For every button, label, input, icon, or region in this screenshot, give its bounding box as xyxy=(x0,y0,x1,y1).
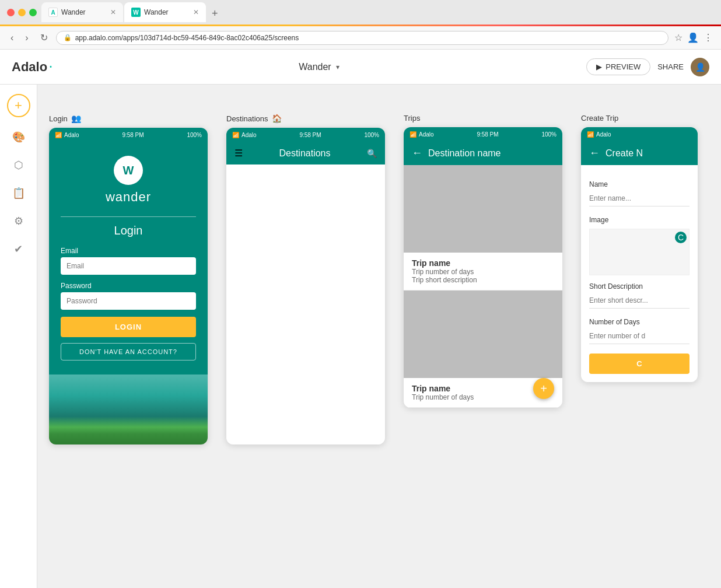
trips-statusbar: 📶 Adalo 9:58 PM 100% xyxy=(404,127,562,141)
destinations-phone-frame: 📶 Adalo 9:58 PM 100% Destinations xyxy=(226,128,385,444)
image-picker[interactable]: C xyxy=(589,229,690,275)
plus-icon: + xyxy=(15,98,22,113)
main-area: + 🎨 ⬡ 📋 ⚙ ✔ Login 👥 📶 Adalo xyxy=(0,85,721,588)
login-statusbar-right: 100% xyxy=(187,132,202,138)
trip-card-2[interactable]: Trip name Trip number of days + xyxy=(404,290,562,408)
trip-card-2-image xyxy=(404,290,562,378)
trips-statusbar-right: 100% xyxy=(541,131,556,138)
refresh-button[interactable]: ↻ xyxy=(37,31,51,44)
trips-screen-label: Trips xyxy=(404,114,562,123)
sidebar-icon-settings[interactable]: ⚙ xyxy=(10,213,27,229)
days-input[interactable] xyxy=(589,328,690,344)
close-traffic-light[interactable] xyxy=(7,9,15,16)
name-input[interactable] xyxy=(589,191,690,206)
create-trip-label-text: Create Trip xyxy=(581,114,618,123)
trips-battery: 100% xyxy=(541,131,556,138)
destinations-statusbar: 📶 Adalo 9:58 PM 100% xyxy=(226,128,385,142)
trips-signal-icon: 📶 xyxy=(410,131,416,138)
create-trip-header: ← Create N xyxy=(581,141,698,165)
logo-letter: W xyxy=(123,164,134,177)
preview-button[interactable]: ▶ PREVIEW xyxy=(586,58,650,75)
login-label-text: Login xyxy=(49,114,68,123)
password-label: Password xyxy=(61,282,196,290)
create-trip-submit-button[interactable]: C xyxy=(589,354,690,374)
create-trip-body: Name Image C Short Description Number of… xyxy=(581,165,698,382)
sidebar-icon-data[interactable]: 📋 xyxy=(10,185,27,201)
menu-icon[interactable] xyxy=(235,148,243,159)
browser-toolbar: ‹ › ↻ 🔒 app.adalo.com/apps/103d714d-bc59… xyxy=(0,26,721,50)
login-body: W wander Login Email Password LOGIN DON'… xyxy=(49,142,208,374)
preview-label: PREVIEW xyxy=(606,62,640,71)
share-button[interactable]: SHARE xyxy=(657,62,684,71)
minimize-traffic-light[interactable] xyxy=(18,9,26,16)
trip-card-1-info: Trip name Trip number of days Trip short… xyxy=(404,253,562,290)
destinations-screen-icon: 🏠 xyxy=(272,114,282,123)
create-trip-screen-label: Create Trip xyxy=(581,114,698,123)
password-input[interactable] xyxy=(61,292,196,310)
image-field-label: Image xyxy=(589,216,690,224)
trip-card-1-days: Trip number of days xyxy=(412,268,554,276)
destinations-screen-label: Destinations 🏠 xyxy=(226,114,385,123)
tab-2[interactable]: W Wander ✕ xyxy=(124,2,206,22)
trips-phone-wrapper: 📶 Adalo 9:58 PM 100% ← Destination name xyxy=(404,127,562,408)
login-button[interactable]: LOGIN xyxy=(61,317,196,337)
login-time: 9:58 PM xyxy=(122,132,144,138)
create-trip-network: Adalo xyxy=(596,131,611,138)
trips-label-text: Trips xyxy=(404,114,420,123)
sidebar-icon-publish[interactable]: ✔ xyxy=(10,241,27,257)
bookmark-button[interactable]: ☆ xyxy=(673,31,684,44)
tabs-bar: A Wander ✕ W Wander ✕ + xyxy=(41,2,714,22)
new-tab-button[interactable]: + xyxy=(207,5,223,22)
more-options-button[interactable]: ⋮ xyxy=(702,31,714,44)
trips-statusbar-left: 📶 Adalo xyxy=(410,131,434,138)
destinations-battery: 100% xyxy=(364,132,379,138)
header-actions: ▶ PREVIEW SHARE 👤 xyxy=(586,58,709,76)
create-trip-phone-frame: 📶 Adalo ← Create N Name Image xyxy=(581,127,698,382)
tab2-label: Wander xyxy=(144,8,169,16)
login-title: Login xyxy=(61,224,196,237)
trips-time: 9:58 PM xyxy=(477,131,498,138)
sidebar-icon-palette[interactable]: 🎨 xyxy=(10,129,27,145)
user-avatar[interactable]: 👤 xyxy=(691,58,709,76)
destinations-body xyxy=(226,164,385,444)
left-sidebar: + 🎨 ⬡ 📋 ⚙ ✔ xyxy=(0,85,37,588)
short-desc-input[interactable] xyxy=(589,293,690,309)
trip-card-1[interactable]: Trip name Trip number of days Trip short… xyxy=(404,165,562,290)
email-input[interactable] xyxy=(61,257,196,275)
login-logo: W wander xyxy=(61,156,196,205)
tab1-close[interactable]: ✕ xyxy=(110,8,116,16)
traffic-lights xyxy=(7,9,37,16)
destinations-statusbar-left: 📶 Adalo xyxy=(232,132,257,138)
canvas: Login 👥 📶 Adalo 9:58 PM 100% xyxy=(37,85,721,588)
no-account-button[interactable]: DON'T HAVE AN ACCOUNT? xyxy=(61,343,196,360)
destinations-label-text: Destinations xyxy=(226,114,268,123)
create-trip-screen-container: Create Trip 📶 Adalo ← Create N xyxy=(581,114,698,382)
tab-1[interactable]: A Wander ✕ xyxy=(41,2,123,22)
tab2-favicon: W xyxy=(131,8,141,17)
add-component-button[interactable]: + xyxy=(7,94,30,117)
adalo-logo: Adalo• xyxy=(12,60,52,75)
tab1-label: Wander xyxy=(61,8,86,16)
trip-card-2-days: Trip number of days xyxy=(412,393,554,401)
tab2-close[interactable]: ✕ xyxy=(193,8,199,16)
trips-network-name: Adalo xyxy=(419,131,434,138)
create-trip-back-icon[interactable]: ← xyxy=(589,147,600,159)
toolbar-actions: ☆ 👤 ⋮ xyxy=(673,31,714,44)
login-screen-container: Login 👥 📶 Adalo 9:58 PM 100% xyxy=(49,114,208,444)
trips-back-icon[interactable]: ← xyxy=(412,147,422,159)
image-picker-add-icon[interactable]: C xyxy=(675,232,687,243)
create-trip-title: Create N xyxy=(606,148,643,159)
login-divider xyxy=(61,216,196,217)
add-trip-fab[interactable]: + xyxy=(533,378,554,399)
trip-card-1-image xyxy=(404,165,562,253)
maximize-traffic-light[interactable] xyxy=(29,9,37,16)
search-icon[interactable] xyxy=(367,148,377,159)
user-profile-button[interactable]: 👤 xyxy=(686,31,700,44)
browser-window: A Wander ✕ W Wander ✕ + ‹ › ↻ 🔒 app.adal… xyxy=(0,0,721,50)
app-dropdown-icon[interactable]: ▾ xyxy=(336,63,340,71)
back-button[interactable]: ‹ xyxy=(7,32,17,44)
address-bar[interactable]: 🔒 app.adalo.com/apps/103d714d-bc59-4546-… xyxy=(56,31,668,45)
create-trip-statusbar: 📶 Adalo xyxy=(581,127,698,141)
sidebar-icon-layers[interactable]: ⬡ xyxy=(10,157,27,173)
forward-button[interactable]: › xyxy=(22,32,32,44)
